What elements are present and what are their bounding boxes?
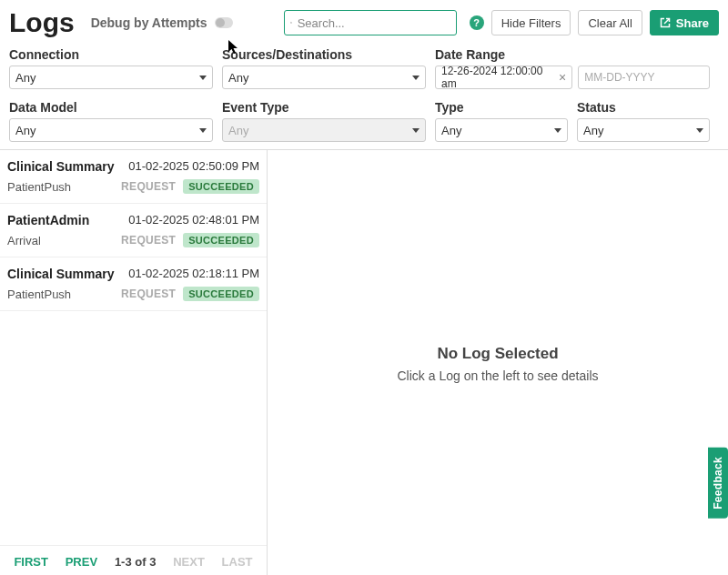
log-subtitle: Arrival bbox=[7, 234, 41, 247]
status-value: Any bbox=[583, 124, 603, 137]
debug-toggle[interactable] bbox=[215, 17, 233, 28]
page-info: 1-3 of 3 bbox=[115, 555, 157, 569]
log-kind: REQUEST bbox=[121, 180, 176, 193]
hide-filters-button[interactable]: Hide Filters bbox=[491, 10, 571, 35]
sources-value: Any bbox=[228, 71, 248, 85]
log-kind: REQUEST bbox=[121, 288, 176, 300]
clear-date-icon[interactable]: × bbox=[559, 70, 566, 85]
log-item[interactable]: Clinical Summary 01-02-2025 02:50:09 PM … bbox=[0, 150, 267, 204]
status-badge: SUCCEEDED bbox=[183, 287, 259, 301]
log-item[interactable]: PatientAdmin 01-02-2025 02:48:01 PM Arri… bbox=[0, 204, 267, 257]
date-end-field[interactable] bbox=[578, 66, 710, 89]
date-end-input[interactable] bbox=[584, 71, 703, 84]
empty-state-sub: Click a Log on the left to see details bbox=[397, 368, 598, 383]
status-dropdown[interactable]: Any bbox=[577, 118, 710, 142]
empty-state-title: No Log Selected bbox=[437, 345, 558, 363]
status-badge: SUCCEEDED bbox=[183, 179, 259, 194]
chevron-down-icon bbox=[199, 76, 207, 80]
chevron-down-icon bbox=[412, 76, 420, 80]
sources-dropdown[interactable]: Any bbox=[222, 66, 426, 89]
log-subtitle: PatientPush bbox=[7, 180, 71, 194]
toggle-knob bbox=[216, 18, 225, 27]
event-type-label: Event Type bbox=[222, 100, 426, 115]
help-icon[interactable]: ? bbox=[470, 15, 484, 30]
event-type-dropdown: Any bbox=[222, 118, 426, 142]
next-button[interactable]: NEXT bbox=[173, 555, 205, 569]
log-subtitle: PatientPush bbox=[7, 288, 71, 301]
data-model-dropdown[interactable]: Any bbox=[9, 118, 213, 142]
log-list: Clinical Summary 01-02-2025 02:50:09 PM … bbox=[0, 150, 268, 575]
sources-label: Sources/Destinations bbox=[222, 47, 426, 62]
data-model-label: Data Model bbox=[9, 100, 213, 115]
log-title: PatientAdmin bbox=[7, 213, 89, 227]
status-label: Status bbox=[577, 100, 710, 115]
search-input[interactable] bbox=[298, 16, 450, 30]
first-button[interactable]: FIRST bbox=[14, 555, 48, 569]
chevron-down-icon bbox=[554, 128, 561, 133]
search-box[interactable] bbox=[284, 10, 457, 35]
page-title: Logs bbox=[9, 7, 75, 38]
feedback-tab[interactable]: Feedback bbox=[708, 448, 728, 519]
log-timestamp: 01-02-2025 02:50:09 PM bbox=[128, 159, 259, 174]
svg-line-1 bbox=[291, 23, 292, 24]
status-badge: SUCCEEDED bbox=[183, 233, 259, 247]
type-label: Type bbox=[435, 100, 568, 115]
chevron-down-icon bbox=[696, 128, 703, 133]
share-button[interactable]: Share bbox=[650, 10, 719, 35]
type-dropdown[interactable]: Any bbox=[435, 118, 568, 142]
connection-value: Any bbox=[15, 71, 35, 85]
chevron-down-icon bbox=[199, 128, 207, 133]
search-icon bbox=[290, 17, 292, 28]
log-kind: REQUEST bbox=[121, 234, 176, 247]
date-start-field[interactable]: 12-26-2024 12:00:00 am × bbox=[435, 66, 572, 89]
pagination: FIRST PREV 1-3 of 3 NEXT LAST bbox=[0, 545, 267, 575]
data-model-value: Any bbox=[15, 124, 35, 137]
log-title: Clinical Summary bbox=[7, 159, 115, 174]
prev-button[interactable]: PREV bbox=[66, 555, 97, 569]
share-button-label: Share bbox=[676, 16, 709, 30]
log-timestamp: 01-02-2025 02:48:01 PM bbox=[128, 213, 259, 227]
date-start-value: 12-26-2024 12:00:00 am bbox=[441, 65, 555, 90]
log-timestamp: 01-02-2025 02:18:11 PM bbox=[128, 267, 259, 281]
debug-by-attempts-label: Debug by Attempts bbox=[91, 15, 207, 30]
log-title: Clinical Summary bbox=[7, 267, 115, 281]
share-icon bbox=[660, 17, 671, 28]
type-value: Any bbox=[441, 124, 461, 137]
event-type-value: Any bbox=[228, 124, 248, 137]
detail-pane: No Log Selected Click a Log on the left … bbox=[268, 150, 728, 575]
chevron-down-icon bbox=[412, 128, 420, 133]
connection-label: Connection bbox=[9, 47, 213, 62]
svg-point-0 bbox=[290, 22, 291, 23]
connection-dropdown[interactable]: Any bbox=[9, 66, 213, 89]
clear-all-button[interactable]: Clear All bbox=[578, 10, 642, 35]
date-range-label: Date Range bbox=[435, 47, 710, 62]
log-item[interactable]: Clinical Summary 01-02-2025 02:18:11 PM … bbox=[0, 257, 267, 311]
last-button[interactable]: LAST bbox=[222, 555, 253, 569]
